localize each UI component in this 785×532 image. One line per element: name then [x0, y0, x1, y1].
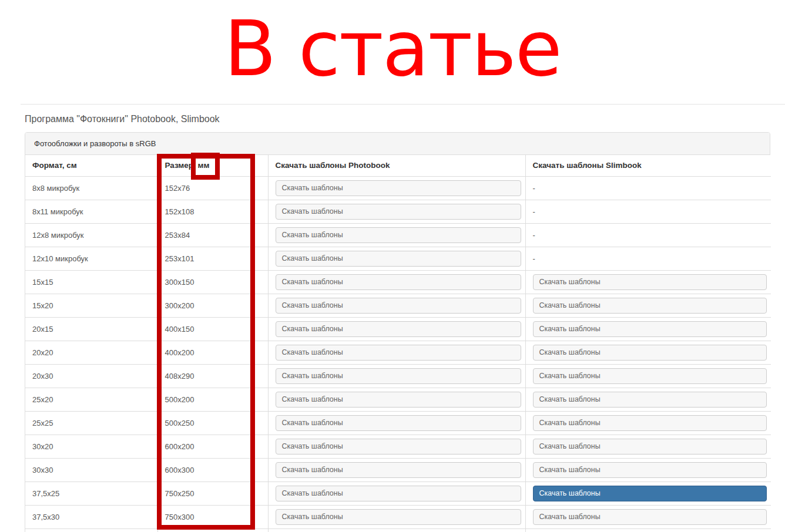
- download-photobook-button[interactable]: Скачать шаблоны: [276, 251, 521, 267]
- download-slimbook-button[interactable]: Скачать шаблоны: [533, 509, 767, 525]
- photobook-cell: Скачать шаблоны: [268, 388, 525, 411]
- size-mm-cell: 750x250: [157, 482, 268, 505]
- column-header-slimbook: Скачать шаблоны Slimbook: [525, 155, 771, 176]
- column-header-format: Формат, см: [25, 155, 157, 176]
- table-row: 8x11 микробук152x108Скачать шаблоны-: [25, 200, 771, 223]
- table-header-row: Формат, см Размер, мм Скачать шаблоны Ph…: [25, 155, 771, 176]
- download-photobook-button[interactable]: Скачать шаблоны: [276, 439, 521, 454]
- download-slimbook-button[interactable]: Скачать шаблоны: [533, 274, 767, 290]
- photobook-cell: Скачать шаблоны: [268, 341, 525, 364]
- slimbook-cell: Скачать шаблоны: [525, 482, 771, 505]
- download-slimbook-button[interactable]: Скачать шаблоны: [533, 392, 767, 408]
- download-slimbook-button[interactable]: Скачать шаблоны: [533, 368, 767, 384]
- download-photobook-button[interactable]: Скачать шаблоны: [276, 462, 521, 478]
- format-cell: 20x15: [25, 317, 157, 341]
- table-row: 15x20300x200Скачать шаблоныСкачать шабло…: [25, 294, 771, 317]
- column-header-size-mm: Размер, мм: [157, 155, 268, 176]
- download-photobook-button[interactable]: Скачать шаблоны: [276, 204, 521, 220]
- format-cell: 37,5x25: [25, 482, 157, 505]
- size-mm-cell: 253x84: [157, 223, 268, 247]
- slimbook-cell: -: [525, 223, 771, 247]
- size-mm-cell: 152x108: [157, 200, 268, 223]
- slimbook-cell: Скачать шаблоны: [525, 388, 771, 411]
- format-cell: 20x20: [25, 341, 157, 364]
- table-row: 30x30600x300Скачать шаблоныСкачать шабло…: [25, 458, 771, 482]
- page-content: Программа "Фотокниги" Photobook, Slimboo…: [0, 114, 785, 532]
- photobook-cell: Скачать шаблоны: [268, 317, 525, 341]
- format-cell: 8x11 микробук: [25, 200, 157, 223]
- slimbook-cell: Скачать шаблоны: [525, 505, 771, 528]
- slimbook-cell: Скачать шаблоны: [525, 411, 771, 435]
- download-photobook-button[interactable]: Скачать шаблоны: [276, 392, 521, 408]
- annotation-headline: В статье: [0, 0, 785, 97]
- page-title: Программа "Фотокниги" Photobook, Slimboo…: [25, 114, 770, 124]
- download-photobook-button[interactable]: Скачать шаблоны: [276, 345, 521, 361]
- photobook-cell: Скачать шаблоны: [268, 270, 525, 294]
- download-photobook-button[interactable]: Скачать шаблоны: [276, 321, 521, 337]
- download-slimbook-button[interactable]: Скачать шаблоны: [533, 439, 767, 454]
- table-row: 20x30408x290Скачать шаблоныСкачать шабло…: [25, 364, 771, 388]
- column-header-photobook: Скачать шаблоны Photobook: [268, 155, 525, 176]
- format-cell: 15x20: [25, 294, 157, 317]
- format-cell: 8x8 микробук: [25, 176, 157, 200]
- download-slimbook-button[interactable]: Скачать шаблоны: [533, 415, 767, 431]
- format-cell: 12x8 микробук: [25, 223, 157, 247]
- table-row: 20x15400x150Скачать шаблоныСкачать шабло…: [25, 317, 771, 341]
- slimbook-cell: Скачать шаблоны: [525, 341, 771, 364]
- table-row: 37,5x30750x300Скачать шаблоныСкачать шаб…: [25, 505, 771, 528]
- download-slimbook-button[interactable]: Скачать шаблоны: [533, 462, 767, 478]
- empty-cell: [525, 528, 771, 532]
- photobook-cell: Скачать шаблоны: [268, 364, 525, 388]
- divider: [21, 104, 785, 105]
- download-photobook-button[interactable]: Скачать шаблоны: [276, 227, 521, 243]
- table-row: 12x8 микробук253x84Скачать шаблоны-: [25, 223, 771, 247]
- empty-cell: [157, 528, 268, 532]
- photobook-cell: Скачать шаблоны: [268, 458, 525, 482]
- table-row: 12x10 микробук253x101Скачать шаблоны-: [25, 247, 771, 270]
- photobook-cell: Скачать шаблоны: [268, 176, 525, 200]
- empty-cell: [268, 528, 525, 532]
- table-row: 15x15300x150Скачать шаблоныСкачать шабло…: [25, 270, 771, 294]
- size-mm-cell: 408x290: [157, 364, 268, 388]
- format-cell: 20x30: [25, 364, 157, 388]
- size-mm-cell: 253x101: [157, 247, 268, 270]
- download-photobook-button[interactable]: Скачать шаблоны: [276, 509, 521, 525]
- photobook-cell: Скачать шаблоны: [268, 435, 525, 458]
- size-mm-cell: 300x150: [157, 270, 268, 294]
- download-slimbook-button[interactable]: Скачать шаблоны: [533, 298, 767, 314]
- photobook-cell: Скачать шаблоны: [268, 223, 525, 247]
- download-slimbook-button[interactable]: Скачать шаблоны: [533, 321, 767, 337]
- download-photobook-button[interactable]: Скачать шаблоны: [276, 298, 521, 314]
- download-photobook-button[interactable]: Скачать шаблоны: [276, 486, 521, 501]
- slimbook-cell: Скачать шаблоны: [525, 270, 771, 294]
- photobook-cell: Скачать шаблоны: [268, 482, 525, 505]
- size-mm-cell: 600x300: [157, 458, 268, 482]
- format-cell: 30x20: [25, 435, 157, 458]
- empty-dash: -: [533, 207, 535, 216]
- photobook-cell: Скачать шаблоны: [268, 247, 525, 270]
- slimbook-cell: -: [525, 247, 771, 270]
- size-mm-cell: 400x150: [157, 317, 268, 341]
- table-row: 25x20500x200Скачать шаблоныСкачать шабло…: [25, 388, 771, 411]
- empty-cell: [25, 528, 157, 532]
- slimbook-cell: Скачать шаблоны: [525, 435, 771, 458]
- photobook-cell: Скачать шаблоны: [268, 411, 525, 435]
- slimbook-cell: Скачать шаблоны: [525, 458, 771, 482]
- slimbook-cell: Скачать шаблоны: [525, 317, 771, 341]
- photobook-cell: Скачать шаблоны: [268, 200, 525, 223]
- download-slimbook-button-highlighted[interactable]: Скачать шаблоны: [533, 486, 767, 501]
- download-photobook-button[interactable]: Скачать шаблоны: [276, 274, 521, 290]
- slimbook-cell: Скачать шаблоны: [525, 364, 771, 388]
- photobook-cell: Скачать шаблоны: [268, 294, 525, 317]
- download-photobook-button[interactable]: Скачать шаблоны: [276, 368, 521, 384]
- slimbook-cell: Скачать шаблоны: [525, 294, 771, 317]
- table-row: 37,5x25750x250Скачать шаблоныСкачать шаб…: [25, 482, 771, 505]
- size-mm-cell: 300x200: [157, 294, 268, 317]
- empty-dash: -: [533, 231, 535, 240]
- download-photobook-button[interactable]: Скачать шаблоны: [276, 415, 521, 431]
- download-photobook-button[interactable]: Скачать шаблоны: [276, 180, 521, 196]
- empty-dash: -: [533, 254, 535, 263]
- download-slimbook-button[interactable]: Скачать шаблоны: [533, 345, 767, 361]
- templates-panel: Фотообложки и развороты в sRGB Формат, с…: [25, 132, 770, 532]
- table-row: 20x20400x200Скачать шаблоныСкачать шабло…: [25, 341, 771, 364]
